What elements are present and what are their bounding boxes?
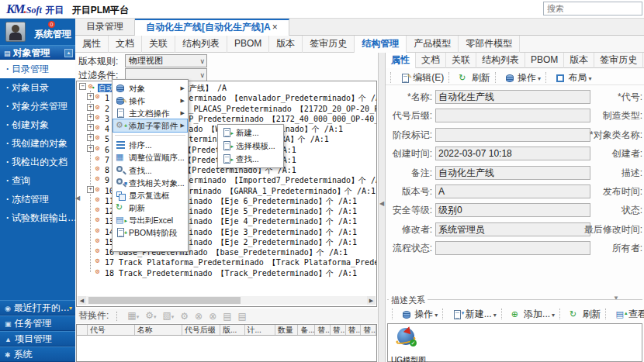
tree-row[interactable]: ⚙18 Track_Predeterminado 【Track_Predeter… — [77, 267, 377, 278]
ug-model-icon[interactable]: ✓ — [397, 328, 414, 345]
toolbar-button-操作[interactable]: 操作▾ — [505, 69, 541, 88]
menu-item-主文档操作[interactable]: 主文档操作▶ — [113, 107, 187, 119]
menu-item-操作[interactable]: ✎操作▶ — [113, 95, 187, 107]
column-header-名称[interactable]: 名称 — [135, 325, 182, 335]
menu-item-查找相关对象[interactable]: ■查找相关对象... — [113, 177, 187, 189]
sidebar-splitter-handle[interactable]: ◀ — [75, 189, 81, 208]
sidebar-section-object-management[interactable]: ▤对象管理 ▲ — [0, 45, 75, 60]
field-input-创建时间[interactable]: 2022-03-07 10:18 — [435, 147, 590, 160]
relations-button-刷新[interactable]: ↻ 刷新 — [570, 305, 601, 322]
tree-expand-icon[interactable]: + — [87, 145, 94, 152]
column-header-版...[interactable]: 版... — [220, 325, 245, 335]
cancel-icon[interactable]: ⊗ — [209, 309, 216, 324]
tab-版本[interactable]: 版本 — [269, 36, 303, 53]
menu-item-PBOM转阶段[interactable]: +PBOM转阶段 — [113, 226, 187, 239]
tab-文档[interactable]: 文档 — [109, 36, 142, 53]
column-header-备...[interactable]: 备... — [298, 325, 315, 335]
sidebar-item-试验数据输出…[interactable]: 试验数据输出… — [0, 209, 75, 227]
chevron-down-icon[interactable]: ▾ — [435, 312, 438, 319]
menu-item-导出到Excel[interactable]: ▤▸导出到Excel — [113, 214, 187, 226]
field-input-阶段标记[interactable] — [435, 128, 590, 142]
tree-expand-icon[interactable]: + — [87, 134, 94, 141]
chevron-down-icon[interactable]: ▾ — [493, 312, 497, 319]
chevron-down-icon[interactable]: ▾ — [588, 75, 591, 82]
scroll-right-icon[interactable]: ▶ — [367, 296, 376, 305]
submenu-item-查找[interactable]: ▸查找... — [219, 153, 282, 166]
layout-dropdown-icon[interactable]: ▧▾ — [162, 309, 174, 324]
sidebar-item-冻结管理[interactable]: 冻结管理 — [0, 190, 75, 209]
chevron-down-icon[interactable]: ▾ — [69, 301, 72, 315]
sidebar-item-对象目录[interactable]: 对象目录 — [0, 78, 75, 97]
field-input-流程状态[interactable] — [435, 241, 590, 255]
tree-row[interactable]: ⚙17 Track Plataforma_Predeterminado 【Tra… — [77, 257, 377, 267]
submenu-item-新建[interactable]: ▸新建... — [219, 126, 282, 140]
tab-PBOM[interactable]: PBOM — [227, 36, 269, 53]
scroll-left-icon[interactable]: ◀ — [78, 296, 86, 305]
doc-tab-自动化生产线[自动化生产线]A[interactable]: 自动化生产线[自动化生产线]A× — [135, 19, 289, 36]
menu-item-添加子零部件[interactable]: ⚙+添加子零部件▶ — [113, 119, 187, 132]
field-input-名称[interactable]: 自动化生产线 — [435, 90, 590, 104]
properties-tab-关联[interactable]: 关联 — [446, 53, 476, 68]
version-rule-select[interactable]: 物理视图∨ — [125, 54, 207, 67]
scrollbar-thumb[interactable] — [88, 297, 241, 304]
column-header-计...[interactable]: 计... — [245, 325, 275, 335]
menu-item-刷新[interactable]: ↻刷新 — [113, 202, 187, 214]
doc-tab-目录管理[interactable]: 目录管理 — [75, 19, 135, 36]
menu-item-对象[interactable]: 对象▶ — [113, 82, 187, 95]
chevron-down-icon[interactable]: ▾ — [552, 312, 555, 319]
sidebar-item-最近打开的…[interactable]: ◉最近打开的…▾ — [0, 300, 75, 315]
sidebar-item-项目管理[interactable]: ▲项目管理 — [0, 331, 75, 346]
tree-expand-icon[interactable]: + — [87, 186, 94, 193]
card-dropdown-icon[interactable]: ▦▾ — [127, 309, 139, 324]
properties-tab-结构列表[interactable]: 结构列表 — [476, 53, 525, 68]
toolbar-button-布局[interactable]: 布局▾ — [556, 69, 591, 88]
sidebar-item-目录管理[interactable]: 目录管理 — [0, 60, 75, 78]
sidebar-item-任务管理[interactable]: ▣任务管理 — [0, 315, 75, 331]
relations-button-操作[interactable]: 操作▾ — [402, 305, 438, 324]
sidebar-item-系统[interactable]: ✱系统 — [0, 346, 75, 362]
sidebar-item-我创建的对象[interactable]: 我创建的对象 — [0, 134, 75, 153]
tree-collapse-icon[interactable]: − — [79, 83, 86, 90]
tree-expand-icon[interactable]: + — [87, 93, 94, 100]
chevron-down-icon[interactable]: ▾ — [538, 75, 541, 82]
relations-button-添加[interactable]: ⊕ 添加...▾ — [511, 305, 555, 324]
properties-tab-属性[interactable]: 属性 — [386, 53, 416, 68]
close-icon[interactable]: × — [272, 22, 278, 33]
column-header-代号后缀[interactable]: 代号后缀 — [182, 325, 220, 335]
properties-tab-PBOM[interactable]: PBOM — [525, 53, 564, 68]
gear-dropdown-icon[interactable]: ⚙▾ — [145, 309, 156, 324]
paste-icon[interactable]: ▤ — [223, 309, 231, 324]
column-header-selector[interactable] — [77, 325, 88, 335]
field-input-代号后缀[interactable] — [435, 109, 590, 122]
properties-tab-文档[interactable]: 文档 — [416, 53, 446, 68]
tab-结构列表[interactable]: 结构列表 — [175, 36, 227, 53]
tab-产品模型[interactable]: 产品模型 — [407, 36, 459, 53]
column-header-代号[interactable]: 代号 — [88, 325, 135, 335]
column-header-替...[interactable]: 替... — [361, 325, 376, 335]
field-input-修改者[interactable]: 系统管理员 — [435, 222, 590, 236]
menu-item-查找[interactable]: 查找... — [113, 164, 187, 177]
avatar[interactable] — [5, 22, 26, 42]
paste-icon[interactable]: ▤ — [238, 309, 247, 324]
tree-expand-icon[interactable]: + — [87, 124, 94, 131]
tab-结构管理[interactable]: 结构管理 — [355, 36, 407, 53]
properties-tab-版本[interactable]: 版本 — [564, 53, 594, 68]
column-header-数量[interactable]: 数量 — [275, 325, 299, 335]
column-header-替...[interactable]: 替... — [346, 325, 362, 335]
tree-horizontal-scrollbar[interactable]: ◀ ▶ — [78, 296, 376, 305]
field-input-安全等级[interactable]: 级别0 — [435, 203, 590, 217]
cancel-icon[interactable]: ⊗ — [195, 309, 203, 324]
sidebar-item-查询[interactable]: 查询 — [0, 171, 75, 190]
relations-button-查看[interactable]: ▤▴ 查看▾ — [615, 305, 644, 324]
sidebar-item-对象分类管理[interactable]: 对象分类管理 — [0, 97, 75, 115]
menu-item-调整位置顺序[interactable]: ▦调整位置顺序... — [113, 151, 187, 164]
tree-expand-icon[interactable]: + — [87, 104, 94, 111]
search-input[interactable] — [543, 2, 642, 16]
submenu-item-选择模板[interactable]: ▸选择模板... — [219, 140, 282, 153]
toolbar-button-编辑(E)[interactable]: ✎ 编辑(E) — [400, 69, 444, 86]
menu-item-显示复选框[interactable]: 显示复选框 — [113, 189, 187, 202]
splitter-collapse-icon[interactable]: ◀ — [379, 200, 384, 207]
menu-item-排序[interactable]: 排序... — [113, 139, 187, 151]
sidebar-item-我检出的文档[interactable]: 我检出的文档 — [0, 153, 75, 171]
column-header-替...[interactable]: 替... — [315, 325, 331, 335]
